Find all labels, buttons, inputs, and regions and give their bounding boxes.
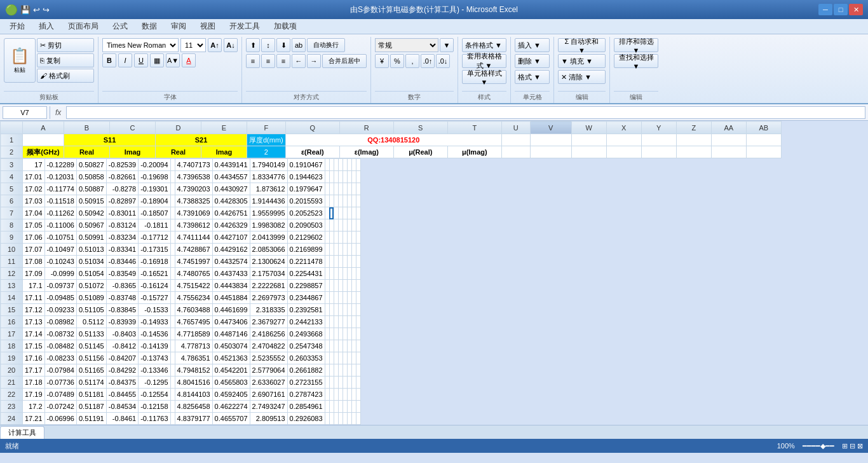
- cell-T13[interactable]: 0.2298857: [287, 280, 325, 292]
- cell-Y14[interactable]: [342, 292, 347, 304]
- cell-V8[interactable]: [329, 219, 334, 232]
- cell-U8[interactable]: [325, 219, 329, 232]
- cell-A8[interactable]: 17.05: [23, 219, 45, 232]
- increase-font-button[interactable]: A↑: [208, 38, 222, 52]
- cell-AB5[interactable]: [356, 183, 360, 195]
- cell-Z18[interactable]: [347, 340, 351, 352]
- cell-E21[interactable]: -0.1295: [139, 377, 170, 389]
- cell-R15[interactable]: 0.4461699: [212, 304, 250, 316]
- cell-AA4[interactable]: [351, 171, 356, 183]
- cell-Y13[interactable]: [342, 280, 347, 292]
- cell-Q13[interactable]: 4.7515422: [175, 280, 212, 292]
- cell-W15[interactable]: [334, 304, 338, 316]
- cell-F14[interactable]: [170, 292, 175, 304]
- col-header-U[interactable]: U: [501, 121, 530, 134]
- cell-W6[interactable]: [334, 195, 338, 207]
- cell-F12[interactable]: [170, 268, 175, 280]
- cell-V17[interactable]: [329, 328, 334, 340]
- cell-Z6[interactable]: [347, 195, 351, 207]
- cell-B9[interactable]: -0.10751: [44, 232, 76, 244]
- cell-D13[interactable]: -0.8365: [106, 280, 138, 292]
- col-header-C[interactable]: C: [110, 121, 156, 134]
- row-num-18[interactable]: 18: [1, 340, 23, 352]
- cell-S19[interactable]: 2.5235552: [250, 352, 287, 364]
- cell-Z12[interactable]: [347, 268, 351, 280]
- cell-C10[interactable]: 0.51013: [76, 244, 106, 256]
- cell-Z8[interactable]: [347, 219, 351, 232]
- cell-S3[interactable]: 1.7940149: [250, 159, 287, 171]
- col-header-T[interactable]: T: [447, 121, 501, 134]
- cell-U23[interactable]: [325, 401, 329, 413]
- cell-AA20[interactable]: [351, 364, 356, 377]
- cell-Q21[interactable]: 4.8041516: [175, 377, 212, 389]
- decrease-decimal-button[interactable]: .0↓: [436, 54, 450, 68]
- cell-Y19[interactable]: [342, 352, 347, 364]
- cell-AB6[interactable]: [356, 195, 360, 207]
- cell-W14[interactable]: [334, 292, 338, 304]
- cell-E19[interactable]: -0.13743: [139, 352, 170, 364]
- cell-X23[interactable]: [338, 401, 342, 413]
- row-num-8[interactable]: 8: [1, 219, 23, 232]
- cell-C4[interactable]: 0.50858: [76, 171, 106, 183]
- close-button[interactable]: ✕: [849, 4, 863, 15]
- row-num-12[interactable]: 12: [1, 268, 23, 280]
- cell-X5[interactable]: [338, 183, 342, 195]
- cell-F6[interactable]: [170, 195, 175, 207]
- cell-X7[interactable]: [338, 207, 342, 219]
- cell-R19[interactable]: 0.4521363: [212, 352, 250, 364]
- cell-U9[interactable]: [325, 232, 329, 244]
- cell-D6[interactable]: -0.82897: [106, 195, 138, 207]
- cell-W22[interactable]: [334, 389, 338, 401]
- cell-X14[interactable]: [338, 292, 342, 304]
- cell-A5[interactable]: 17.02: [23, 183, 45, 195]
- cell-U3[interactable]: [325, 159, 329, 171]
- cell-S15[interactable]: 2.318335: [250, 304, 287, 316]
- cell-S21-header[interactable]: S21: [156, 134, 247, 146]
- cell-V12[interactable]: [329, 268, 334, 280]
- cell-AB17[interactable]: [356, 328, 360, 340]
- format-painter-button[interactable]: 🖌 格式刷: [37, 69, 94, 83]
- cell-U24[interactable]: [325, 413, 329, 425]
- cell-R12[interactable]: 0.4437433: [212, 268, 250, 280]
- number-format-dropdown[interactable]: ▼: [440, 38, 454, 52]
- col-header-W[interactable]: W: [571, 121, 606, 134]
- cell-R9[interactable]: 0.4427107: [212, 232, 250, 244]
- top-align-button[interactable]: ⬆: [246, 38, 260, 52]
- cell-R22[interactable]: 0.4592405: [212, 389, 250, 401]
- minimize-button[interactable]: ─: [818, 4, 832, 15]
- cell-E8[interactable]: -0.1811: [139, 219, 170, 232]
- cell-U12[interactable]: [325, 268, 329, 280]
- cell-X3[interactable]: [338, 159, 342, 171]
- cell-X12[interactable]: [338, 268, 342, 280]
- cell-A24[interactable]: 17.21: [23, 413, 45, 425]
- cell-D23[interactable]: -0.84534: [106, 401, 138, 413]
- cell-B16[interactable]: -0.08982: [44, 316, 76, 328]
- tab-developer[interactable]: 开发工具: [222, 18, 267, 34]
- cell-Z10[interactable]: [347, 244, 351, 256]
- col-header-Z[interactable]: Z: [676, 121, 711, 134]
- cell-S16[interactable]: 2.3679277: [250, 316, 287, 328]
- cell-R3[interactable]: 0.4439141: [212, 159, 250, 171]
- cell-B17[interactable]: -0.08732: [44, 328, 76, 340]
- cell-D19[interactable]: -0.84207: [106, 352, 138, 364]
- cell-U18[interactable]: [325, 340, 329, 352]
- cell-D15[interactable]: -0.83845: [106, 304, 138, 316]
- cell-Q12[interactable]: 4.7480765: [175, 268, 212, 280]
- cell-W13[interactable]: [334, 280, 338, 292]
- col-header-R[interactable]: R: [339, 121, 393, 134]
- cell-Z14[interactable]: [347, 292, 351, 304]
- cell-V24[interactable]: [329, 413, 334, 425]
- cell-B11[interactable]: -0.10243: [44, 256, 76, 268]
- cell-V5[interactable]: [329, 183, 334, 195]
- fill-color-button[interactable]: A▼: [166, 53, 180, 67]
- cell-E2[interactable]: Imag: [201, 146, 247, 158]
- quick-access-redo[interactable]: ↪: [43, 5, 50, 15]
- cell-W12[interactable]: [334, 268, 338, 280]
- cell-Y24[interactable]: [342, 413, 347, 425]
- row-num-4[interactable]: 4: [1, 171, 23, 183]
- cell-U5[interactable]: [325, 183, 329, 195]
- cell-B7[interactable]: -0.11262: [44, 207, 76, 219]
- cell-V15[interactable]: [329, 304, 334, 316]
- cell-W17[interactable]: [334, 328, 338, 340]
- sort-filter-button[interactable]: 排序和筛选 ▼: [614, 38, 658, 52]
